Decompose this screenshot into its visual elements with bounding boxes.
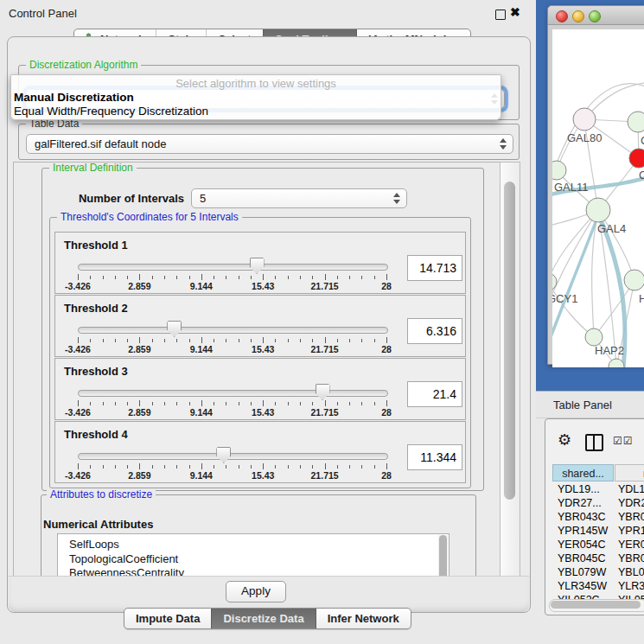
slider-track[interactable] [78,264,388,271]
threshold-row: Threshold 2 -3.4262.8599.14415.4321.7152… [54,295,466,357]
threshold-value-box[interactable]: 11.344 [407,444,462,470]
scale-tick-label: 2.859 [128,344,150,354]
cyni-bottom-tabs: Impute DataDiscretize DataInfer Network [124,608,411,629]
network-window-titlebar[interactable] [548,6,644,25]
apply-button[interactable]: Apply [226,581,286,603]
cell-shared-name: YLR345W [552,579,615,593]
table-row[interactable]: YDL19...YDL19 [552,482,644,496]
attribute-list-item[interactable]: TopologicalCoefficient [58,552,449,567]
node-label: H [639,292,644,305]
table-panel-title: Table Panel [553,399,612,411]
bottom-tab-infer-network[interactable]: Infer Network [316,609,411,628]
bottom-tab-discretize-data[interactable]: Discretize Data [211,609,315,628]
network-node-hap2[interactable] [585,328,603,346]
slider-thumb[interactable] [316,384,330,400]
cell-name: YER054C [615,538,644,552]
node-label: GA [641,134,644,147]
close-button[interactable] [556,10,568,22]
table-row[interactable]: YDR27...YDR27 [552,496,644,510]
cell-name: YPR145W [615,524,644,538]
scale-tick-label: 21.715 [311,470,339,481]
table-row[interactable]: YPR145WYPR145W [552,524,644,538]
scrollbar-thumb[interactable] [551,601,641,609]
slider-thumb[interactable] [216,447,231,463]
node-label: C [639,169,644,182]
numerical-attributes-list[interactable]: SelfLoopsTopologicalCoefficientBetweenne… [57,533,450,577]
algorithm-group-label: Discretization Algorithm [26,59,141,71]
network-node-gcy1[interactable] [552,273,557,290]
checked-checkbox-icons[interactable]: ☑☑ [613,435,634,447]
scale-tick-label: 28 [381,470,392,481]
table-row[interactable]: YER054CYER054C [552,538,644,552]
attribute-list-item[interactable]: SelfLoops [58,538,449,552]
column-header-name[interactable]: na [615,464,644,481]
network-node-gal11[interactable] [552,161,566,180]
threshold-slider[interactable]: -3.4262.8599.14415.4321.71528 [78,258,389,291]
cell-shared-name: YDL19... [552,482,615,496]
slider-track[interactable] [78,327,388,334]
close-panel-icon[interactable]: ✖ [510,5,520,19]
scale-tick-label: -3.426 [65,344,91,354]
threshold-value-box[interactable]: 14.713 [407,255,462,281]
threshold-row: Threshold 4 -3.4262.8599.14415.4321.7152… [54,421,466,483]
table-row[interactable]: YBR043CYBR043C [552,510,644,524]
numerical-attributes-label: Numerical Attributes [43,518,153,531]
float-panel-icon[interactable] [495,10,506,20]
scale-tick-label: 2.859 [128,407,150,418]
algorithm-item-manual[interactable]: Manual Discretization [14,91,134,104]
cyni-toolbox-panel: Discretization Algorithm Table Data galF… [7,36,531,613]
threshold-slider[interactable]: -3.4262.8599.14415.4321.71528 [78,448,389,481]
minimize-button[interactable] [572,10,584,22]
cell-shared-name: YDR27... [552,496,615,510]
node-label: GAL80 [567,131,602,144]
network-node-ga[interactable] [628,112,644,132]
scale-tick-label: -3.426 [65,407,91,418]
network-node-c[interactable] [629,149,644,168]
panel-vertical-scrollbar[interactable] [500,162,520,577]
threshold-slider[interactable]: -3.4262.8599.14415.4321.71528 [78,385,389,418]
network-node-h[interactable] [624,270,644,290]
scale-tick-label: 9.144 [190,470,213,481]
slider-track[interactable] [78,390,388,397]
network-graph: GAL80GACGAL11GAL4GCY1HHAP2 [552,29,644,367]
network-node-gal80[interactable] [573,108,596,131]
cell-name: YBR043C [615,510,644,524]
cell-name: YBL079W [615,565,644,579]
network-view-panel: GAL80GACGAL11GAL4GCY1HHAP2 [536,0,644,391]
node-label: GAL4 [597,222,626,235]
scale-tick-label: 21.715 [311,407,339,418]
scale-tick-label: 15.43 [252,281,274,291]
scrollbar-thumb[interactable] [504,182,515,500]
network-node-gal4[interactable] [586,198,610,222]
algorithm-prompt-item[interactable]: Select algorithm to view settings [11,77,501,90]
threshold-slider[interactable]: -3.4262.8599.14415.4321.71528 [78,322,389,354]
cell-shared-name: YBR045C [552,552,615,565]
column-layout-icon[interactable] [585,434,603,451]
cell-name: YLR345W [615,579,644,593]
attributes-group-label: Attributes to discretize [47,488,156,501]
settings-gear-icon[interactable]: ⚙ [558,432,571,448]
algorithm-item-equal-width[interactable]: Equal Width/Frequency Discretization [14,105,208,118]
table-data-combobox[interactable]: galFiltered.sif default node [26,134,513,154]
network-canvas[interactable]: GAL80GACGAL11GAL4GCY1HHAP2 [552,29,644,367]
list-scrollbar[interactable] [438,535,448,577]
cell-shared-name: YBL079W [552,565,615,579]
slider-thumb[interactable] [167,321,182,337]
scale-tick-label: -3.426 [65,470,91,481]
bottom-tab-impute-data[interactable]: Impute Data [124,609,211,628]
table-row[interactable]: YBL079WYBL079W [552,565,644,579]
node-label: GAL11 [554,181,589,194]
column-header-shared-name[interactable]: shared... [552,464,614,481]
table-row[interactable]: YBR045CYBR045C [552,552,644,565]
slider-track[interactable] [78,453,388,460]
number-of-intervals-combobox[interactable]: 5 [191,188,407,208]
scale-tick-label: 9.144 [190,407,213,418]
scale-tick-label: 9.144 [190,344,213,354]
number-of-intervals-value: 5 [200,192,206,205]
table-horizontal-scrollbar[interactable] [549,599,644,612]
zoom-button[interactable] [589,10,601,22]
threshold-value-box[interactable]: 6.316 [407,318,462,344]
threshold-value-box[interactable]: 21.4 [407,381,462,407]
slider-thumb[interactable] [250,258,265,274]
table-row[interactable]: YLR345WYLR345W [552,579,644,593]
